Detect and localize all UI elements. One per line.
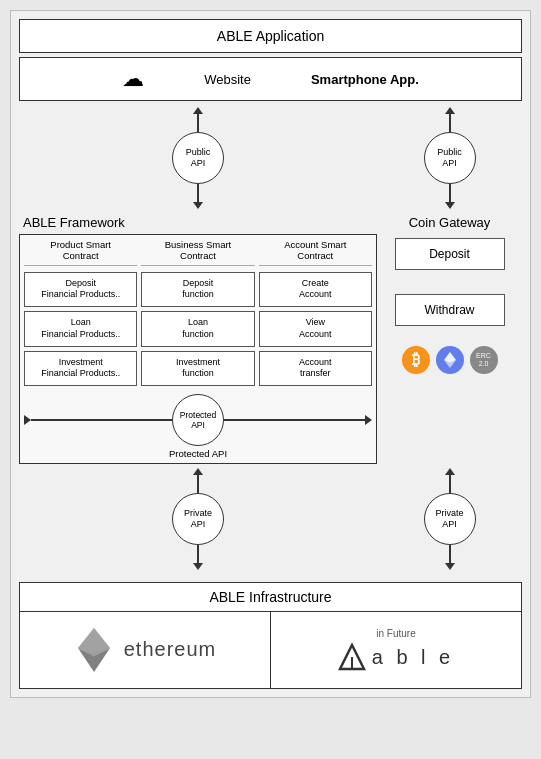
deposit-function: Depositfunction bbox=[141, 272, 254, 307]
protected-line-left bbox=[31, 419, 172, 421]
protected-api-text: ProtectedAPI bbox=[180, 410, 216, 430]
arrow-up-right bbox=[445, 107, 455, 114]
public-api-right-arrow: PublicAPI bbox=[424, 107, 476, 209]
infrastructure-section: ABLE Infrastructure ethereum in Future bbox=[19, 582, 522, 689]
contracts-headers: Product SmartContract DepositFinancial P… bbox=[24, 239, 372, 386]
framework-section: PublicAPI ABLE Framework Product SmartCo… bbox=[19, 105, 377, 572]
smartphone-label: Smartphone App. bbox=[311, 72, 419, 87]
business-col: Business SmartContract Depositfunction L… bbox=[141, 239, 254, 386]
arrow-down-private-right bbox=[445, 563, 455, 570]
arrow-up-private-right bbox=[445, 468, 455, 475]
eth-logo-svg bbox=[74, 626, 114, 674]
infra-logos: ethereum in Future a b l e bbox=[20, 612, 521, 688]
public-api-right-circle: PublicAPI bbox=[424, 132, 476, 184]
able-logo-block: in Future a b l e bbox=[271, 612, 521, 688]
arrow-line-left bbox=[197, 114, 199, 132]
private-api-right-circle: PrivateAPI bbox=[424, 493, 476, 545]
protected-label: Protected API bbox=[24, 448, 372, 459]
loan-function: Loanfunction bbox=[141, 311, 254, 346]
able-logo-svg bbox=[338, 643, 366, 671]
protected-line-right bbox=[224, 419, 365, 421]
diagram-wrapper: ABLE Application ☁ Website Smartphone Ap… bbox=[10, 10, 531, 698]
public-api-left-text: PublicAPI bbox=[186, 147, 211, 169]
private-api-left-arrow: PrivateAPI bbox=[172, 468, 224, 570]
ethereum-text: ethereum bbox=[124, 638, 217, 661]
withdraw-label: Withdraw bbox=[424, 303, 474, 317]
view-account: ViewAccount bbox=[259, 311, 372, 346]
arrow-line-right-2 bbox=[449, 184, 451, 202]
product-header: Product SmartContract bbox=[24, 239, 137, 266]
coin-gateway-section: PublicAPI Coin Gateway Deposit Withdraw bbox=[377, 105, 522, 572]
gateway-boxes-wrapper: Deposit Withdraw ₿ bbox=[395, 238, 505, 374]
protected-api-row: ProtectedAPI bbox=[24, 394, 372, 446]
website-row: ☁ Website Smartphone App. bbox=[19, 57, 522, 101]
erc-icon: ERC2.0 bbox=[470, 346, 498, 374]
able-logo-row: a b l e bbox=[338, 643, 454, 671]
arrow-up-left bbox=[193, 107, 203, 114]
arrow-line-left-2 bbox=[197, 184, 199, 202]
app-title: ABLE Application bbox=[217, 28, 324, 44]
gateway-title: Coin Gateway bbox=[409, 215, 491, 230]
loan-product: LoanFinancial Products.. bbox=[24, 311, 137, 346]
framework-title: ABLE Framework bbox=[19, 215, 377, 230]
protected-api-circle: ProtectedAPI bbox=[172, 394, 224, 446]
arrow-up-private-left bbox=[193, 468, 203, 475]
business-header: Business SmartContract bbox=[141, 239, 254, 266]
bitcoin-icon: ₿ bbox=[402, 346, 430, 374]
ethereum-icon bbox=[436, 346, 464, 374]
cloud-icon: ☁ bbox=[122, 66, 144, 92]
create-account: CreateAccount bbox=[259, 272, 372, 307]
public-api-left-arrow: PublicAPI bbox=[172, 107, 224, 209]
arrow-line-private-left bbox=[197, 475, 199, 493]
able-application-bar: ABLE Application bbox=[19, 19, 522, 53]
withdraw-box: Withdraw bbox=[395, 294, 505, 326]
account-header: Account SmartContract bbox=[259, 239, 372, 266]
arrow-right-protected-2 bbox=[365, 415, 372, 425]
infra-title: ABLE Infrastructure bbox=[20, 583, 521, 612]
website-label: Website bbox=[204, 72, 251, 87]
private-api-right-text: PrivateAPI bbox=[435, 508, 463, 530]
product-col: Product SmartContract DepositFinancial P… bbox=[24, 239, 137, 386]
arrow-line-private-right-2 bbox=[449, 545, 451, 563]
arrow-line-private-left-2 bbox=[197, 545, 199, 563]
arrow-line-private-right bbox=[449, 475, 451, 493]
investment-function: Investmentfunction bbox=[141, 351, 254, 386]
private-api-right-arrow: PrivateAPI bbox=[424, 456, 476, 570]
deposit-product: DepositFinancial Products.. bbox=[24, 272, 137, 307]
able-text: a b l e bbox=[372, 646, 454, 669]
account-col: Account SmartContract CreateAccount View… bbox=[259, 239, 372, 386]
crypto-icons: ₿ ERC2.0 bbox=[402, 346, 498, 374]
public-api-right-text: PublicAPI bbox=[437, 147, 462, 169]
public-api-left-circle: PublicAPI bbox=[172, 132, 224, 184]
arrow-down-right bbox=[445, 202, 455, 209]
arrow-down-left bbox=[193, 202, 203, 209]
private-api-left-text: PrivateAPI bbox=[184, 508, 212, 530]
arrow-right-protected bbox=[24, 415, 31, 425]
ethereum-logo-block: ethereum bbox=[20, 612, 271, 688]
deposit-box: Deposit bbox=[395, 238, 505, 270]
middle-section: PublicAPI ABLE Framework Product SmartCo… bbox=[19, 105, 522, 572]
contracts-area: Product SmartContract DepositFinancial P… bbox=[19, 234, 377, 464]
deposit-label: Deposit bbox=[429, 247, 470, 261]
in-future-label: in Future bbox=[376, 628, 415, 639]
eth-svg bbox=[441, 351, 459, 369]
account-transfer: Accounttransfer bbox=[259, 351, 372, 386]
arrow-line-right bbox=[449, 114, 451, 132]
arrow-down-private-left bbox=[193, 563, 203, 570]
private-api-left-circle: PrivateAPI bbox=[172, 493, 224, 545]
investment-product: InvestmentFinancial Products.. bbox=[24, 351, 137, 386]
